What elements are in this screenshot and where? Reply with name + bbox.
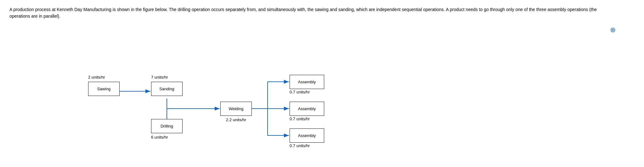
assembly1-rate-label: 0.7 units/hr [290, 90, 310, 94]
welding-box: Welding [220, 102, 252, 116]
zoom-icon[interactable]: ⊕ [610, 26, 616, 34]
assembly1-box: Assembly [290, 75, 324, 89]
diagram-area: ⊕ 2 units/hr Sawing 7 units/hr [9, 26, 635, 152]
sanding-rate-label: 7 units/hr [151, 75, 168, 80]
sawing-box: Sawing [88, 82, 120, 96]
drilling-rate-label: 6 units/hr [151, 135, 168, 140]
assembly3-rate-label: 0.7 units/hr [290, 143, 310, 148]
assembly2-box: Assembly [290, 102, 324, 116]
sawing-rate-label: 2 units/hr [88, 75, 105, 80]
assembly3-box: Assembly [290, 128, 324, 143]
sanding-box: Sanding [151, 82, 183, 96]
welding-rate-label: 2.2 units/hr [217, 117, 255, 122]
drilling-box: Drilling [151, 119, 183, 133]
description-text: A production process at Kenneth Day Manu… [9, 6, 607, 20]
assembly2-rate-label: 0.7 units/hr [290, 116, 310, 121]
description-content: A production process at Kenneth Day Manu… [9, 7, 597, 19]
